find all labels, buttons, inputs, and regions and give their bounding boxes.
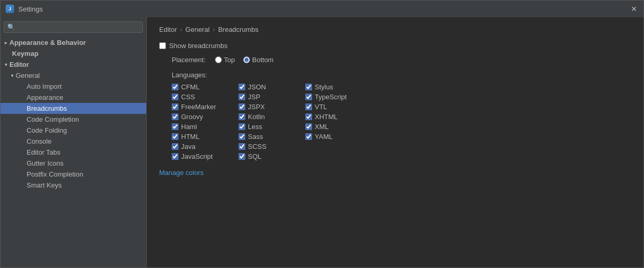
sidebar-item-auto-import[interactable]: Auto Import (1, 81, 146, 92)
lang-checkbox-cfml[interactable] (172, 84, 178, 90)
settings-window: J Settings ✕ ▸Appearance & BehaviorKeyma… (0, 0, 644, 268)
lang-item-jsp: JSP (238, 93, 301, 101)
sidebar-item-breadcrumbs[interactable]: Breadcrumbs (1, 103, 146, 114)
lang-label-vtl: VTL (315, 103, 327, 111)
lang-checkbox-java[interactable] (172, 143, 178, 150)
lang-checkbox-sql[interactable] (238, 153, 245, 160)
window-title: Settings (18, 5, 43, 13)
sidebar-label-general: General (16, 72, 40, 79)
lang-label-jsp: JSP (248, 93, 260, 101)
lang-item-javascript: JavaScript (172, 153, 234, 160)
lang-item-stylus: Stylus (305, 83, 389, 91)
lang-checkbox-haml[interactable] (172, 123, 178, 130)
lang-label-kotlin: Kotlin (248, 113, 265, 121)
main-panel: Editor › General › Breadcrumbs Show brea… (147, 17, 643, 267)
placement-bottom-radio[interactable] (243, 56, 250, 63)
placement-bottom-label: Bottom (252, 56, 273, 64)
sidebar-arrow-appearance-behavior: ▸ (5, 40, 7, 45)
breadcrumb-breadcrumbs: Breadcrumbs (218, 26, 258, 33)
lang-label-groovy: Groovy (181, 113, 203, 121)
lang-checkbox-typescript[interactable] (305, 94, 312, 100)
sidebar-label-breadcrumbs: Breadcrumbs (27, 104, 67, 112)
sidebar-label-gutter-icons: Gutter Icons (27, 159, 64, 167)
title-bar-left: J Settings (6, 5, 43, 13)
sidebar-item-postfix-completion[interactable]: Postfix Completion (1, 169, 146, 180)
lang-item-less: Less (238, 123, 301, 131)
sidebar: ▸Appearance & BehaviorKeymap▾Editor▾Gene… (1, 17, 147, 267)
lang-item-freemarker: FreeMarker (172, 103, 234, 111)
lang-item-haml: Haml (172, 123, 234, 131)
lang-label-css: CSS (181, 93, 195, 101)
placement-label: Placement: (172, 56, 206, 64)
lang-checkbox-yaml[interactable] (305, 133, 312, 140)
lang-checkbox-xhtml[interactable] (305, 113, 312, 120)
lang-checkbox-jspx[interactable] (238, 103, 245, 110)
lang-item-sass: Sass (238, 133, 301, 141)
lang-checkbox-xml[interactable] (305, 123, 312, 130)
sidebar-item-gutter-icons[interactable]: Gutter Icons (1, 158, 146, 169)
sidebar-label-console: Console (27, 137, 52, 145)
breadcrumb-sep-1: › (180, 26, 182, 33)
lang-item-typescript: TypeScript (305, 93, 389, 101)
search-input[interactable] (4, 21, 143, 33)
placement-row: Placement: Top Bottom (159, 56, 631, 64)
lang-checkbox-sass[interactable] (238, 133, 245, 140)
sidebar-item-appearance[interactable]: Appearance (1, 92, 146, 103)
lang-label-javascript: JavaScript (181, 153, 213, 160)
sidebar-item-smart-keys[interactable]: Smart Keys (1, 180, 146, 191)
sidebar-item-code-completion[interactable]: Code Completion (1, 114, 146, 125)
close-button[interactable]: ✕ (630, 5, 638, 13)
lang-label-stylus: Stylus (315, 83, 333, 91)
lang-item-yaml: YAML (305, 133, 389, 141)
sidebar-nav: ▸Appearance & BehaviorKeymap▾Editor▾Gene… (1, 37, 146, 191)
lang-label-sql: SQL (248, 153, 261, 160)
sidebar-label-keymap: Keymap (12, 50, 39, 57)
sidebar-label-appearance: Appearance (27, 94, 63, 101)
lang-item-groovy: Groovy (172, 113, 234, 121)
breadcrumb-editor: Editor (159, 26, 177, 33)
lang-label-freemarker: FreeMarker (181, 103, 216, 111)
sidebar-item-code-folding[interactable]: Code Folding (1, 125, 146, 136)
sidebar-arrow-editor: ▾ (5, 62, 7, 67)
lang-checkbox-stylus[interactable] (305, 84, 312, 90)
placement-bottom-item: Bottom (243, 56, 273, 64)
lang-item-scss: SCSS (238, 143, 301, 150)
lang-checkbox-css[interactable] (172, 94, 178, 100)
lang-checkbox-json[interactable] (238, 84, 245, 90)
lang-label-sass: Sass (248, 133, 263, 141)
lang-checkbox-jsp[interactable] (238, 94, 245, 100)
lang-checkbox-html[interactable] (172, 133, 178, 140)
placement-radio-group: Top Bottom (215, 56, 273, 64)
lang-checkbox-javascript[interactable] (172, 153, 178, 160)
lang-item-kotlin: Kotlin (238, 113, 301, 121)
lang-label-typescript: TypeScript (315, 93, 347, 101)
sidebar-item-console[interactable]: Console (1, 136, 146, 147)
lang-checkbox-scss[interactable] (238, 143, 245, 150)
lang-checkbox-kotlin[interactable] (238, 113, 245, 120)
sidebar-item-keymap[interactable]: Keymap (1, 48, 146, 59)
sidebar-item-general[interactable]: ▾General (1, 70, 146, 81)
lang-checkbox-freemarker[interactable] (172, 103, 178, 110)
app-icon: J (6, 5, 14, 13)
lang-checkbox-groovy[interactable] (172, 113, 178, 120)
sidebar-item-appearance-behavior[interactable]: ▸Appearance & Behavior (1, 37, 146, 48)
sidebar-item-editor[interactable]: ▾Editor (1, 59, 146, 70)
lang-item-vtl: VTL (305, 103, 389, 111)
lang-label-scss: SCSS (248, 143, 266, 150)
lang-label-cfml: CFML (181, 83, 199, 91)
lang-checkbox-vtl[interactable] (305, 103, 312, 110)
manage-colors-link[interactable]: Manage colors (159, 169, 204, 177)
placement-top-radio[interactable] (215, 56, 222, 63)
main-content: ▸Appearance & BehaviorKeymap▾Editor▾Gene… (1, 17, 643, 267)
sidebar-item-editor-tabs[interactable]: Editor Tabs (1, 147, 146, 158)
lang-label-yaml: YAML (315, 133, 332, 141)
lang-item-xml: XML (305, 123, 389, 131)
languages-label: Languages: (172, 71, 631, 79)
lang-item-xhtml: XHTML (305, 113, 389, 121)
lang-checkbox-less[interactable] (238, 123, 245, 130)
show-breadcrumbs-checkbox[interactable] (159, 42, 166, 49)
lang-label-jspx: JSPX (248, 103, 265, 111)
lang-label-xml: XML (315, 123, 329, 131)
breadcrumb-sep-2: › (213, 26, 215, 33)
sidebar-label-auto-import: Auto Import (27, 83, 62, 90)
